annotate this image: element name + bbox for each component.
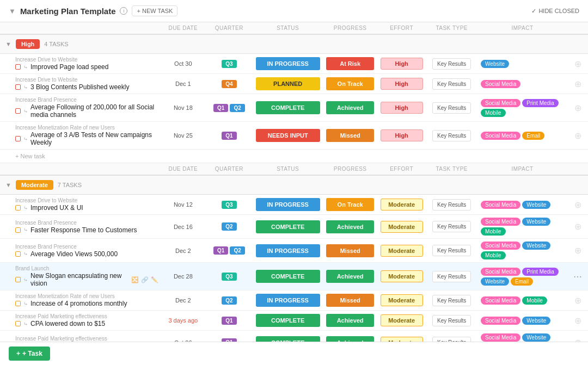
impact-tag: Social Media	[481, 296, 520, 305]
tasktype-badge: Key Results	[432, 315, 471, 326]
progress-badge: On Track	[326, 198, 374, 211]
task-sub-icon: ⤷	[23, 64, 28, 70]
status-badge: COMPLETE	[256, 101, 320, 114]
status-badge: COMPLETE	[256, 270, 320, 283]
task-sub-icon: ⤷	[23, 321, 28, 327]
info-icon[interactable]: i	[120, 7, 127, 15]
quarter-tag[interactable]: Q3	[222, 201, 236, 209]
status-badge: IN PROGRESS	[256, 294, 320, 307]
tasktype-badge: Key Results	[432, 221, 471, 232]
impact-tag: Website	[522, 333, 550, 342]
task-row: Increase Drive to Website ⤷ Improved UX …	[0, 195, 588, 215]
task-checkbox[interactable]	[15, 277, 21, 282]
task-name[interactable]: Average of 3 A/B Tests of New campaigns …	[30, 131, 158, 146]
add-icon[interactable]: ⊕	[574, 316, 581, 325]
task-checkbox[interactable]	[15, 64, 21, 70]
task-sub-icon: ⤷	[23, 251, 28, 257]
add-icon[interactable]: ⊕	[574, 200, 581, 209]
task-sub-icon: ⤷	[23, 205, 28, 211]
task-name[interactable]: New Slogan encapsulating new vision	[30, 272, 126, 287]
hide-closed-btn[interactable]: ✓ HIDE CLOSED	[531, 8, 579, 15]
task-action-icons: 🔀🔗✏️	[131, 276, 158, 283]
group-header-moderate[interactable]: ▼ Moderate 7 TASKS	[0, 175, 588, 195]
impact-tag: Email	[511, 277, 533, 286]
quarter-tag[interactable]: Q3	[222, 273, 236, 281]
new-task-button[interactable]: + NEW TASK	[132, 5, 177, 16]
add-icon[interactable]: ⊕	[574, 79, 581, 89]
progress-badge: Missed	[326, 244, 374, 257]
quarter-tag[interactable]: Q4	[222, 80, 236, 88]
task-parent-label: Brand Launch	[15, 265, 158, 271]
quarter-tag[interactable]: Q1	[213, 104, 228, 112]
task-row: Increase Paid Marketing effectiveness ⤷ …	[0, 311, 588, 331]
impact-tag: Social Media	[481, 218, 520, 226]
impact-tag: Website	[481, 277, 509, 286]
tasktype-badge: Key Results	[432, 102, 471, 114]
task-checkbox[interactable]	[15, 301, 21, 306]
impact-tag: Website	[522, 317, 550, 325]
quarter-tag[interactable]: Q2	[222, 222, 236, 231]
due-date: Nov 25	[174, 132, 193, 139]
effort-badge: Moderate	[381, 245, 423, 257]
effort-badge: Moderate	[381, 199, 423, 211]
quarter-tag[interactable]: Q1	[213, 246, 228, 255]
task-parent-label: Increase Drive to Website	[15, 197, 158, 203]
task-checkbox[interactable]	[15, 227, 21, 233]
new-task-row-high[interactable]: + New task	[0, 150, 588, 163]
quarter-tag[interactable]: Q2	[230, 104, 244, 112]
collapse-icon-moderate[interactable]: ▼	[5, 182, 11, 188]
task-name[interactable]: Increase of 4 promotions monthly	[30, 300, 127, 307]
add-icon[interactable]: ⊕	[574, 296, 581, 305]
impact-tag: Mobile	[522, 296, 547, 305]
task-checkbox[interactable]	[15, 251, 21, 257]
priority-badge-moderate: Moderate	[16, 180, 53, 190]
task-parent-label: Increase Paid Marketing effectiveness	[15, 336, 158, 342]
new-task-bottom-button[interactable]: + + Task	[9, 347, 50, 361]
header: ▼ Marketing Plan Template i + NEW TASK ✓…	[0, 0, 588, 22]
bottom-bar: + + Task	[0, 342, 588, 365]
progress-badge: At Risk	[326, 57, 374, 70]
add-icon[interactable]: ⊕	[574, 246, 581, 255]
add-icon[interactable]: ⊕	[574, 59, 581, 69]
impact-tag: Email	[522, 132, 544, 140]
impact-tag: Social Media	[481, 333, 520, 342]
tasktype-badge: Key Results	[432, 295, 471, 306]
task-name[interactable]: CPA lowered down to $15	[30, 320, 105, 327]
progress-badge: On Track	[326, 77, 374, 90]
quarter-tag[interactable]: Q2	[222, 296, 236, 305]
task-checkbox[interactable]	[15, 84, 21, 90]
task-sub-icon: ⤷	[23, 301, 28, 307]
collapse-header-icon[interactable]: ▼	[9, 7, 16, 15]
task-name[interactable]: Faster Response Time to Customers	[30, 226, 137, 234]
add-icon[interactable]: ⊕	[574, 103, 581, 113]
task-name[interactable]: 3 Blog Contents Published weekly	[30, 83, 129, 91]
task-name[interactable]: Improved UX & UI	[30, 204, 83, 212]
status-badge: COMPLETE	[256, 220, 320, 233]
more-options-icon[interactable]: ⋯	[573, 272, 582, 281]
task-count-high: 4 TASKS	[44, 41, 68, 47]
add-icon[interactable]: ⊕	[574, 131, 581, 140]
task-checkbox[interactable]	[15, 108, 21, 114]
task-name[interactable]: Average Following of 200,000 for all Soc…	[30, 103, 158, 119]
status-badge: IN PROGRESS	[256, 57, 320, 70]
quarter-tag[interactable]: Q3	[222, 60, 236, 68]
impact-tag: Social Media	[481, 132, 520, 140]
add-icon[interactable]: ⊕	[574, 222, 581, 231]
collapse-icon-high[interactable]: ▼	[5, 41, 11, 47]
group-header-high[interactable]: ▼ High 4 TASKS	[0, 34, 588, 54]
quarter-tag[interactable]: Q1	[222, 132, 236, 140]
impact-tag: Social Media	[481, 242, 520, 250]
quarter-tag[interactable]: Q2	[230, 246, 244, 255]
task-checkbox[interactable]	[15, 136, 21, 141]
quarter-tag[interactable]: Q1	[222, 317, 236, 325]
task-row: Increase Brand Presence ⤷ Average Video …	[0, 239, 588, 263]
task-checkbox[interactable]	[15, 205, 21, 211]
impact-tag: Social Media	[481, 317, 520, 325]
task-row: Brand Launch ⤷ New Slogan encapsulating …	[0, 263, 588, 290]
task-name[interactable]: Average Video Views 500,000	[30, 250, 118, 258]
tasktype-badge: Key Results	[432, 130, 471, 141]
task-checkbox[interactable]	[15, 321, 21, 326]
tasktype-badge: Key Results	[432, 58, 471, 70]
due-date: Nov 18	[174, 104, 193, 111]
task-name[interactable]: Improved Page load speed	[30, 63, 108, 71]
